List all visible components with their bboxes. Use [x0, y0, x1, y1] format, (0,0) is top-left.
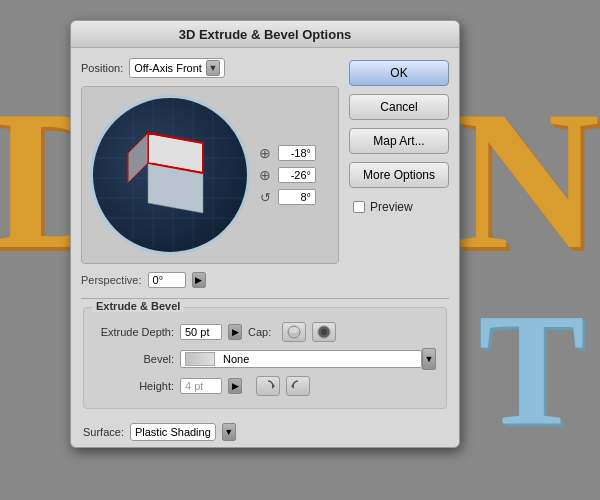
rotation-x-row: ⊕ -18° — [256, 145, 330, 161]
height-value[interactable]: 4 pt — [180, 378, 222, 394]
position-value: Off-Axis Front — [134, 62, 202, 74]
section-group: Extrude & Bevel Extrude Depth: 50 pt ▶ C… — [83, 307, 447, 409]
extrude-depth-row: Extrude Depth: 50 pt ▶ Cap: — [94, 322, 436, 342]
circle-viewer — [90, 95, 250, 255]
rotate-btn-1[interactable] — [256, 376, 280, 396]
cap-button-2[interactable] — [312, 322, 336, 342]
section-group-label: Extrude & Bevel — [92, 300, 184, 312]
preview-label: Preview — [370, 200, 413, 214]
perspective-arrow[interactable]: ▶ — [192, 272, 206, 288]
dialog: 3D Extrude & Bevel Options Position: Off… — [70, 20, 460, 448]
bg-letter-n: N — [456, 80, 600, 280]
bevel-dropdown-arrow[interactable]: ▼ — [422, 348, 436, 370]
svg-point-16 — [289, 327, 299, 333]
svg-marker-19 — [272, 383, 275, 389]
cancel-button[interactable]: Cancel — [349, 94, 449, 120]
bg-letter-t: T — [478, 290, 585, 450]
cube-svg — [93, 98, 250, 255]
title-bar: 3D Extrude & Bevel Options — [71, 21, 459, 48]
more-options-button[interactable]: More Options — [349, 162, 449, 188]
left-panel: Position: Off-Axis Front ▼ — [81, 58, 339, 288]
map-art-button[interactable]: Map Art... — [349, 128, 449, 154]
rotation-z-value[interactable]: 8° — [278, 189, 316, 205]
perspective-value[interactable]: 0° — [148, 272, 186, 288]
extrude-depth-label: Extrude Depth: — [94, 326, 174, 338]
ok-button[interactable]: OK — [349, 60, 449, 86]
rotation-y-icon: ⊕ — [256, 167, 274, 183]
bevel-value: None — [223, 353, 249, 365]
position-label: Position: — [81, 62, 123, 74]
dialog-body: Position: Off-Axis Front ▼ — [71, 48, 459, 298]
height-row: Height: 4 pt ▶ — [94, 376, 436, 396]
extrude-depth-arrow[interactable]: ▶ — [228, 324, 242, 340]
bevel-preview-icon — [185, 352, 215, 366]
dialog-title: 3D Extrude & Bevel Options — [179, 27, 352, 42]
preview-area: ⊕ -18° ⊕ -26° ↺ 8° — [81, 86, 339, 264]
perspective-label: Perspective: — [81, 274, 142, 286]
perspective-row: Perspective: 0° ▶ — [81, 272, 339, 288]
height-label: Height: — [94, 380, 174, 392]
surface-select[interactable]: Plastic Shading — [130, 423, 216, 441]
svg-marker-14 — [128, 133, 148, 183]
preview-checkbox[interactable] — [353, 201, 365, 213]
surface-value: Plastic Shading — [135, 426, 211, 438]
position-select[interactable]: Off-Axis Front ▼ — [129, 58, 225, 78]
preview-row: Preview — [349, 200, 449, 214]
extrude-section: Extrude & Bevel Extrude Depth: 50 pt ▶ C… — [71, 299, 459, 417]
rotation-y-value[interactable]: -26° — [278, 167, 316, 183]
rotation-z-row: ↺ 8° — [256, 189, 330, 205]
svg-marker-20 — [291, 383, 294, 389]
rotation-y-row: ⊕ -26° — [256, 167, 330, 183]
rotate-btn-2[interactable] — [286, 376, 310, 396]
rotation-controls: ⊕ -18° ⊕ -26° ↺ 8° — [256, 95, 330, 255]
bevel-select[interactable]: None — [180, 350, 422, 368]
svg-point-18 — [321, 329, 327, 335]
surface-dropdown-arrow[interactable]: ▼ — [222, 423, 236, 441]
rotation-z-icon: ↺ — [256, 190, 274, 205]
surface-row: Surface: Plastic Shading ▼ — [71, 417, 459, 447]
cap-label: Cap: — [248, 326, 276, 338]
surface-label: Surface: — [83, 426, 124, 438]
position-row: Position: Off-Axis Front ▼ — [81, 58, 339, 78]
bevel-row: Bevel: None ▼ — [94, 348, 436, 370]
rotation-x-value[interactable]: -18° — [278, 145, 316, 161]
position-dropdown-arrow[interactable]: ▼ — [206, 60, 220, 76]
height-arrow[interactable]: ▶ — [228, 378, 242, 394]
extrude-depth-value[interactable]: 50 pt — [180, 324, 222, 340]
rotation-x-icon: ⊕ — [256, 145, 274, 161]
bevel-label: Bevel: — [94, 353, 174, 365]
right-panel: OK Cancel Map Art... More Options Previe… — [349, 58, 449, 288]
cap-button-1[interactable] — [282, 322, 306, 342]
